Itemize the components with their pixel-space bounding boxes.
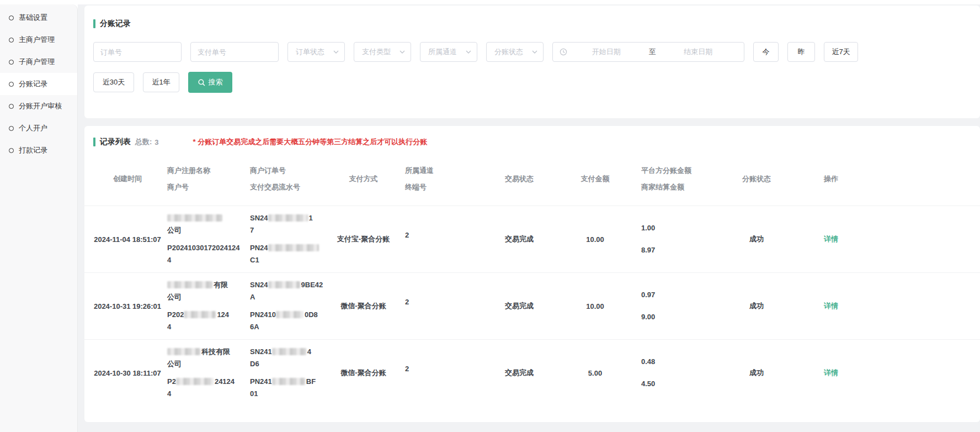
cell-split-status: 成功	[726, 301, 787, 311]
circle-icon	[9, 38, 14, 43]
clock-icon	[560, 48, 567, 56]
order-status-select-label: 订单状态	[296, 47, 324, 57]
cell-order-numbers: SN2417PN24C1	[249, 212, 332, 266]
column-header: 分账状态	[726, 171, 787, 187]
cell-amount: 10.00	[552, 235, 638, 244]
sidebar-item-label: 主商户管理	[19, 35, 55, 45]
last-1-year-button[interactable]: 近1年	[143, 72, 179, 92]
circle-icon	[9, 15, 14, 20]
redacted-text	[268, 214, 308, 222]
cell-action: 详情	[787, 368, 875, 378]
yesterday-button[interactable]: 昨	[787, 42, 815, 62]
split-status-select-label: 分账状态	[494, 47, 523, 57]
total-value: 3	[155, 138, 158, 146]
cell-terminal: 2	[395, 365, 486, 373]
detail-link[interactable]: 详情	[824, 235, 838, 243]
cell-created-time: 2024-10-30 18:11:07	[89, 369, 166, 377]
detail-link[interactable]: 详情	[824, 368, 838, 377]
filter-row-1: 订单状态 支付类型 所属通道 分账状态	[93, 42, 971, 62]
date-range-picker[interactable]: 开始日期 至 结束日期	[552, 42, 744, 62]
cell-action: 详情	[787, 301, 875, 311]
circle-icon	[9, 126, 14, 131]
sidebar-item-label: 子商户管理	[19, 57, 55, 67]
redacted-text	[272, 348, 306, 355]
column-header: 平台方分账金额商家结算金额	[638, 162, 726, 196]
column-header: 支付金额	[552, 171, 638, 187]
record-list-title: 记录列表	[100, 137, 131, 147]
sidebar-item[interactable]: 分账记录	[0, 73, 77, 95]
sidebar-item-label: 分账开户审核	[19, 101, 62, 111]
order-status-select[interactable]: 订单状态	[287, 42, 345, 62]
cell-created-time: 2024-10-31 19:26:01	[89, 302, 166, 310]
total-label: 总数:	[135, 137, 152, 147]
search-icon	[198, 79, 205, 86]
cell-pay-method: 支付宝-聚合分账	[332, 234, 395, 244]
column-header: 创建时间	[89, 171, 166, 187]
cell-amount: 5.00	[552, 369, 638, 377]
cell-merchant: 有限公司P2021244	[166, 279, 249, 333]
search-button[interactable]: 搜索	[188, 72, 232, 93]
cell-terminal: 2	[395, 298, 486, 306]
cell-amount: 10.00	[552, 302, 638, 310]
pay-type-select-label: 支付类型	[362, 47, 391, 57]
cell-merchant: 公司P202410301720241244	[166, 212, 249, 266]
circle-icon	[9, 82, 14, 87]
chevron-down-icon	[400, 49, 405, 55]
cell-split-amounts: 0.979.00	[638, 289, 726, 323]
pay-no-input[interactable]	[190, 42, 279, 62]
cell-split-status: 成功	[726, 234, 787, 244]
table-header-grid: 创建时间商户注册名称商户号商户订单号支付交易流水号支付方式所属通道终端号交易状态…	[89, 152, 980, 206]
sidebar-item[interactable]: 主商户管理	[0, 29, 77, 51]
column-header: 所属通道终端号	[395, 162, 486, 196]
sidebar-item[interactable]: 子商户管理	[0, 51, 77, 73]
sidebar-item-label: 打款记录	[19, 145, 47, 155]
title-accent-bar	[93, 19, 95, 28]
cell-pay-method: 微信-聚合分账	[332, 301, 395, 311]
sidebar-item[interactable]: 分账开户审核	[0, 95, 77, 117]
cell-trade-status: 交易完成	[486, 301, 552, 311]
circle-icon	[9, 60, 14, 65]
channel-select[interactable]: 所属通道	[420, 42, 477, 62]
end-date-placeholder: 结束日期	[659, 47, 738, 57]
order-no-input[interactable]	[93, 42, 182, 62]
cell-action: 详情	[787, 234, 875, 244]
cell-split-amounts: 1.008.97	[638, 222, 726, 256]
record-list-card: 记录列表 总数: 3 * 分账订单交易完成之后需要大概五分钟等第三方结算之后才可…	[84, 126, 980, 422]
column-header: 交易状态	[486, 171, 552, 187]
cell-split-status: 成功	[726, 368, 787, 378]
redacted-text	[272, 378, 305, 385]
last-7-days-button[interactable]: 近7天	[824, 42, 858, 62]
table-row: 2024-10-30 18:11:07科技有限公司P2241244SN2414D…	[84, 339, 980, 406]
filter-card: 分账记录 订单状态 支付类型 所属通道 分账状态	[84, 6, 980, 118]
detail-link[interactable]: 详情	[824, 302, 838, 310]
redacted-text	[276, 311, 303, 318]
redacted-text	[176, 378, 214, 385]
start-date-placeholder: 开始日期	[567, 47, 646, 57]
chevron-down-icon	[466, 49, 471, 55]
cell-split-amounts: 0.484.50	[638, 356, 726, 390]
redacted-text	[167, 348, 200, 355]
split-status-select[interactable]: 分账状态	[486, 42, 544, 62]
page-title: 分账记录	[100, 19, 131, 29]
last-30-days-button[interactable]: 近30天	[93, 72, 134, 92]
page-title-row: 分账记录	[93, 19, 971, 29]
cell-trade-status: 交易完成	[486, 368, 552, 378]
circle-icon	[9, 148, 14, 153]
redacted-text	[268, 244, 319, 251]
top-strip	[0, 0, 980, 4]
redacted-text	[184, 311, 216, 318]
circle-icon	[9, 104, 14, 109]
cell-order-numbers: SN2414D6PN241BF01	[249, 346, 332, 400]
cell-terminal: 2	[395, 231, 486, 239]
sidebar-item-label: 基础设置	[19, 13, 47, 23]
sidebar-item-label: 个人开户	[19, 123, 47, 133]
pay-type-select[interactable]: 支付类型	[354, 42, 411, 62]
sidebar-item[interactable]: 个人开户	[0, 117, 77, 139]
sidebar-item[interactable]: 打款记录	[0, 139, 77, 161]
cell-trade-status: 交易完成	[486, 234, 552, 244]
sidebar-item[interactable]: 基础设置	[0, 7, 77, 29]
chevron-down-icon	[333, 49, 339, 55]
column-header: 商户注册名称商户号	[166, 162, 249, 196]
redacted-text	[167, 281, 212, 288]
today-button[interactable]: 今	[753, 42, 779, 62]
